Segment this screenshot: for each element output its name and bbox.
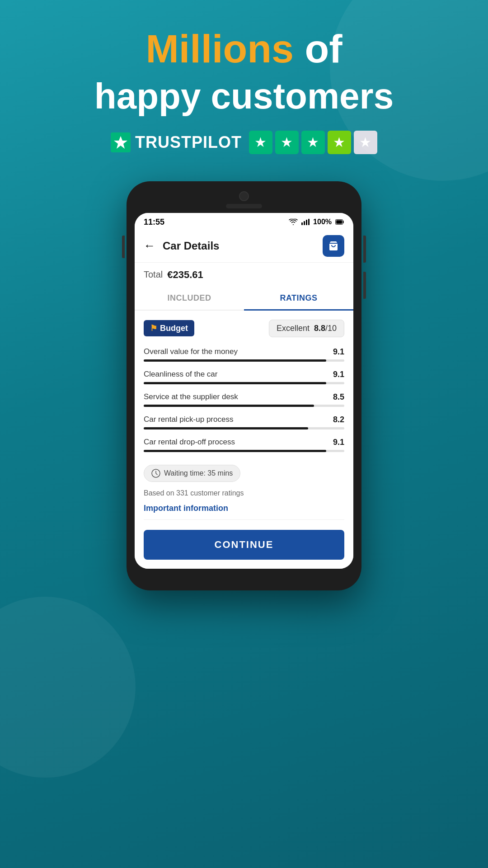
ratings-list: Overall value for the money 9.1 Cleanlin… xyxy=(144,347,344,452)
based-on-text: Based on 331 customer ratings xyxy=(144,489,344,497)
progress-fill-2 xyxy=(144,405,314,407)
back-button[interactable]: ← xyxy=(144,239,155,253)
total-row: Total €235.61 xyxy=(135,263,353,287)
subheadline: happy customers xyxy=(0,75,488,117)
screen: 11:55 100% xyxy=(135,213,353,569)
rating-excellent: Excellent xyxy=(277,324,310,333)
budget-icon: ⚑ xyxy=(150,323,157,333)
trustpilot-row: TRUSTPILOT ★ ★ ★ ★ ★ xyxy=(0,131,488,154)
rating-item-1: Cleanliness of the car 9.1 xyxy=(144,370,344,384)
tab-ratings[interactable]: RATINGS xyxy=(244,287,353,311)
rating-score-4: 9.1 xyxy=(333,438,344,447)
rating-score-1: 9.1 xyxy=(333,370,344,379)
rating-item-3: Car rental pick-up process 8.2 xyxy=(144,415,344,429)
rating-score-2: 8.5 xyxy=(333,392,344,402)
star-2: ★ xyxy=(275,131,299,154)
svg-rect-5 xyxy=(308,219,310,225)
cart-button[interactable] xyxy=(323,235,344,257)
tabs-row: INCLUDED RATINGS xyxy=(135,287,353,311)
progress-fill-1 xyxy=(144,382,326,384)
budget-label: Budget xyxy=(160,324,188,333)
important-info-link[interactable]: Important information xyxy=(144,504,344,513)
status-icons: 100% xyxy=(289,218,344,226)
brand-row: ⚑ Budget Excellent 8.8/10 xyxy=(144,320,344,337)
divider xyxy=(144,519,344,520)
progress-track-3 xyxy=(144,427,344,429)
progress-fill-0 xyxy=(144,359,326,362)
rating-value: 8.8 xyxy=(314,324,325,333)
rating-label-2: Service at the supplier desk xyxy=(144,392,238,401)
phone-top-bar xyxy=(135,189,353,208)
svg-rect-4 xyxy=(306,220,307,225)
content-area: ⚑ Budget Excellent 8.8/10 Overall value … xyxy=(135,311,353,569)
svg-rect-2 xyxy=(301,222,303,225)
headline-part2: of xyxy=(305,26,342,71)
total-label: Total xyxy=(144,269,163,280)
progress-track-1 xyxy=(144,382,344,384)
rating-max: /10 xyxy=(325,324,337,333)
star-3: ★ xyxy=(301,131,325,154)
cart-icon xyxy=(328,241,339,251)
rating-item-4: Car rental drop-off process 9.1 xyxy=(144,438,344,452)
svg-rect-3 xyxy=(304,221,305,225)
stars-row: ★ ★ ★ ★ ★ xyxy=(249,131,377,154)
rating-item-2: Service at the supplier desk 8.5 xyxy=(144,392,344,407)
rating-label-3: Car rental pick-up process xyxy=(144,415,233,424)
side-btn-right-bottom xyxy=(363,272,366,299)
progress-fill-4 xyxy=(144,450,326,452)
rating-score-0: 9.1 xyxy=(333,347,344,357)
phone-mockup: 11:55 100% xyxy=(127,181,361,590)
side-btn-right-top xyxy=(363,236,366,263)
waiting-time-text: Waiting time: 35 mins xyxy=(164,469,233,477)
phone-wrapper: 11:55 100% xyxy=(0,172,488,590)
waiting-badge: Waiting time: 35 mins xyxy=(144,465,240,482)
rating-item-0: Overall value for the money 9.1 xyxy=(144,347,344,362)
star-5: ★ xyxy=(354,131,377,154)
side-btn-left xyxy=(122,236,125,258)
progress-fill-3 xyxy=(144,427,308,429)
rating-label-4: Car rental drop-off process xyxy=(144,438,235,447)
phone-bottom xyxy=(135,573,353,582)
trustpilot-logo: TRUSTPILOT xyxy=(111,132,242,152)
progress-track-2 xyxy=(144,405,344,407)
signal-icon xyxy=(301,219,310,225)
rating-label-0: Overall value for the money xyxy=(144,347,238,356)
headline: Millions of xyxy=(0,27,488,71)
camera xyxy=(239,191,249,201)
page-title: Car Details xyxy=(163,240,219,252)
speaker xyxy=(226,204,262,208)
battery-icon xyxy=(335,219,344,225)
top-section: Millions of happy customers TRUSTPILOT ★… xyxy=(0,0,488,172)
status-time: 11:55 xyxy=(144,217,164,227)
trustpilot-label: TRUSTPILOT xyxy=(135,133,242,152)
status-bar: 11:55 100% xyxy=(135,213,353,230)
svg-rect-7 xyxy=(336,220,342,224)
budget-badge: ⚑ Budget xyxy=(144,320,194,336)
total-value: €235.61 xyxy=(167,269,203,281)
progress-track-4 xyxy=(144,450,344,452)
header-bar: ← Car Details xyxy=(135,230,353,263)
tab-included[interactable]: INCLUDED xyxy=(135,287,244,310)
clock-icon xyxy=(151,469,160,478)
progress-track-0 xyxy=(144,359,344,362)
rating-score-3: 8.2 xyxy=(333,415,344,425)
headline-orange: Millions xyxy=(145,26,294,71)
continue-button[interactable]: CONTINUE xyxy=(144,530,344,560)
rating-label-1: Cleanliness of the car xyxy=(144,370,217,379)
star-1: ★ xyxy=(249,131,272,154)
rating-badge: Excellent 8.8/10 xyxy=(269,320,344,337)
star-4: ★ xyxy=(328,131,351,154)
trustpilot-icon xyxy=(111,132,131,152)
battery-text: 100% xyxy=(313,218,332,226)
wifi-icon xyxy=(289,219,298,225)
